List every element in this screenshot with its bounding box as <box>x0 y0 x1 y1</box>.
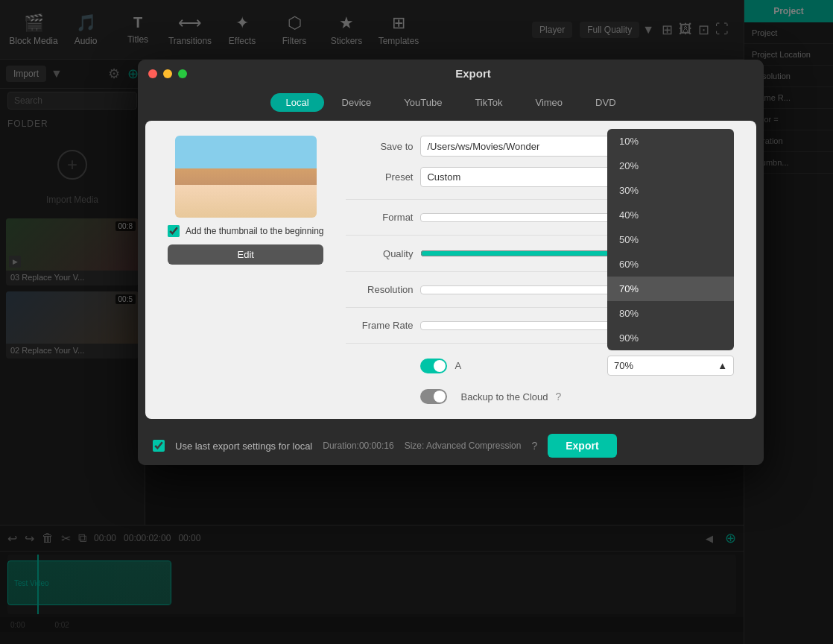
quality-dropdown-list: 10% 20% 30% 40% 50% 60% 70% 80% 90% <box>607 129 734 350</box>
settings-form: Save to /Users/ws/Movies/Wonder 📁 Preset… <box>346 136 734 404</box>
quality-option-10[interactable]: 10% <box>607 129 734 154</box>
cloud-backup-label: Backup to the Cloud <box>460 391 548 402</box>
tab-dvd[interactable]: DVD <box>580 93 630 112</box>
tab-vimeo[interactable]: Vimeo <box>520 93 577 112</box>
quality-label: Quality <box>346 248 413 259</box>
thumbnail-preview <box>175 136 317 218</box>
quality-option-20[interactable]: 20% <box>607 154 734 178</box>
tab-youtube[interactable]: YouTube <box>389 93 457 112</box>
minimize-button[interactable] <box>163 69 172 78</box>
size-help-icon[interactable]: ? <box>531 440 537 452</box>
export-dialog: Export Local Device YouTube TikTok Vimeo… <box>138 60 764 465</box>
thumbnail-checkbox-label: Add the thumbnail to the beginning <box>186 226 323 236</box>
format-label: Format <box>346 212 413 223</box>
toggle-knob <box>434 360 446 372</box>
quality-option-40[interactable]: 40% <box>607 203 734 227</box>
cloud-toggle-knob <box>434 391 446 402</box>
thumb-person <box>175 136 317 218</box>
auto-label: A <box>454 360 461 371</box>
save-to-label: Save to <box>346 141 413 152</box>
close-button[interactable] <box>148 69 157 78</box>
toggle-row: A 10% 20% 30% 40% 50% 60% 70% 80% 90% <box>346 356 734 376</box>
thumbnail-section: Add the thumbnail to the beginning Edit <box>168 136 323 404</box>
last-settings-label: Use last export settings for local <box>175 441 312 452</box>
frame-rate-label: Frame Rate <box>346 320 413 331</box>
quality-option-70[interactable]: 70% <box>607 277 734 301</box>
quality-dropdown-container: 10% 20% 30% 40% 50% 60% 70% 80% 90% 70% … <box>607 356 734 376</box>
cloud-row: Backup to the Cloud ? <box>346 389 734 404</box>
quality-dropdown-trigger[interactable]: 70% ▲ <box>607 356 734 376</box>
duration-label: Duration:00:00:16 <box>323 441 393 451</box>
dialog-tabs: Local Device YouTube TikTok Vimeo DVD <box>138 87 764 121</box>
maximize-button[interactable] <box>178 69 187 78</box>
thumbnail-checkbox-row: Add the thumbnail to the beginning <box>168 225 323 237</box>
help-icon[interactable]: ? <box>556 391 562 402</box>
quality-option-50[interactable]: 50% <box>607 227 734 252</box>
cloud-toggle[interactable] <box>420 389 447 404</box>
quality-chevron-icon: ▲ <box>718 360 727 371</box>
preset-label: Preset <box>346 171 413 183</box>
resolution-label: Resolution <box>346 284 413 295</box>
quality-option-30[interactable]: 30% <box>607 178 734 203</box>
quality-selected-value: 70% <box>614 360 633 371</box>
quality-option-90[interactable]: 90% <box>607 326 734 350</box>
edit-button[interactable]: Edit <box>168 244 323 265</box>
export-button[interactable]: Export <box>548 434 616 458</box>
tab-tiktok[interactable]: TikTok <box>460 93 517 112</box>
thumbnail-checkbox[interactable] <box>168 225 180 237</box>
quality-option-80[interactable]: 80% <box>607 301 734 326</box>
dialog-footer: Use last export settings for local Durat… <box>138 426 764 465</box>
auto-toggle[interactable] <box>420 359 447 373</box>
size-label: Size: Advanced Compression <box>405 441 522 451</box>
quality-option-60[interactable]: 60% <box>607 252 734 277</box>
dialog-body: Add the thumbnail to the beginning Edit … <box>145 121 756 419</box>
dialog-title: Export <box>193 67 753 80</box>
tab-local[interactable]: Local <box>270 93 323 112</box>
last-settings-checkbox[interactable] <box>153 440 165 452</box>
dialog-titlebar: Export <box>138 60 764 87</box>
tab-device[interactable]: Device <box>327 93 387 112</box>
